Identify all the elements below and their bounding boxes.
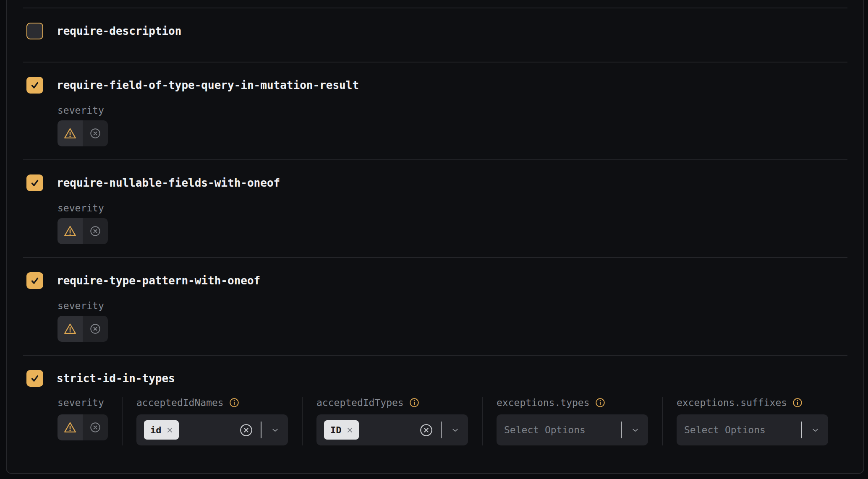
rule-row-strict-id-in-types: strict-id-in-types severity ac: [7, 370, 863, 462]
severity-toggle: [58, 414, 108, 440]
rule-row-require-field-of-type-query-in-mutation-result: require-field-of-type-query-in-mutation-…: [7, 77, 863, 159]
circle-x-icon: [89, 225, 102, 237]
rule-row-require-type-pattern-with-oneof: require-type-pattern-with-oneof severity: [7, 272, 863, 355]
field-separator: [261, 422, 261, 438]
severity-column: severity: [58, 397, 108, 440]
rule-title: require-nullable-fields-with-oneof: [57, 177, 280, 189]
row-divider: [23, 257, 847, 258]
row-divider: [23, 355, 847, 356]
exceptions-types-multiselect[interactable]: Select Options: [497, 414, 648, 445]
field-label: exceptions.types: [497, 397, 590, 408]
rules-panel: require-description require-field-of-typ…: [6, 0, 864, 474]
field-separator: [621, 422, 622, 438]
warning-triangle-icon: [63, 421, 77, 434]
rule-title: require-field-of-type-query-in-mutation-…: [57, 79, 359, 91]
selected-tag: id: [144, 420, 179, 440]
severity-toggle: [58, 316, 108, 342]
severity-toggle: [58, 218, 108, 244]
rule-checkbox[interactable]: [26, 370, 43, 387]
acceptedIdNames-column: acceptedIdNames id: [136, 397, 288, 445]
rule-checkbox[interactable]: [26, 77, 43, 94]
severity-label: severity: [58, 397, 108, 408]
warning-triangle-icon: [63, 127, 77, 140]
severity-warn-button[interactable]: [58, 316, 83, 342]
chevron-down-icon[interactable]: [271, 426, 280, 435]
row-divider: [23, 62, 847, 62]
rule-options-row: severity acceptedIdNames: [58, 397, 863, 462]
rule-title: strict-id-in-types: [57, 372, 175, 385]
rule-row-require-nullable-fields-with-oneof: require-nullable-fields-with-oneof sever…: [7, 174, 863, 257]
checkmark-icon: [30, 178, 40, 188]
circle-x-icon: [89, 127, 102, 140]
severity-off-button[interactable]: [83, 316, 108, 342]
severity-off-button[interactable]: [83, 414, 108, 440]
column-divider: [662, 397, 663, 445]
panel-spacer: [7, 0, 863, 8]
warning-triangle-icon: [63, 322, 77, 336]
severity-label: severity: [58, 105, 863, 116]
severity-warn-button[interactable]: [58, 218, 83, 244]
severity-warn-button[interactable]: [58, 414, 83, 440]
severity-label: severity: [58, 300, 863, 311]
circle-x-icon: [89, 323, 102, 335]
row-divider: [23, 8, 847, 8]
severity-label: severity: [58, 203, 863, 213]
checkmark-icon: [30, 373, 40, 383]
x-icon[interactable]: [346, 427, 353, 434]
rule-checkbox[interactable]: [26, 23, 43, 39]
severity-off-button[interactable]: [83, 218, 108, 244]
info-circle-icon[interactable]: [229, 397, 240, 408]
rule-row-require-description: require-description: [7, 23, 863, 62]
info-circle-icon[interactable]: [595, 397, 606, 408]
severity-off-button[interactable]: [83, 120, 108, 146]
field-label: acceptedIdNames: [136, 397, 224, 408]
clear-all-circle-x-icon[interactable]: [238, 422, 254, 438]
circle-x-icon: [89, 421, 102, 434]
checkmark-icon: [30, 80, 40, 90]
field-separator: [441, 422, 442, 438]
severity-toggle: [58, 120, 108, 146]
selected-tag: ID: [324, 420, 359, 440]
column-divider: [302, 397, 303, 445]
acceptedIdNames-multiselect[interactable]: id: [136, 414, 288, 445]
exceptions-suffixes-multiselect[interactable]: Select Options: [677, 414, 828, 445]
x-icon[interactable]: [166, 427, 173, 434]
clear-all-circle-x-icon[interactable]: [418, 422, 434, 438]
column-divider: [482, 397, 483, 445]
exceptions-suffixes-column: exceptions.suffixes Select Options: [677, 397, 828, 445]
column-divider: [122, 397, 123, 445]
rule-title: require-description: [57, 25, 181, 37]
rule-checkbox[interactable]: [26, 174, 43, 191]
rule-checkbox[interactable]: [26, 272, 43, 289]
chevron-down-icon[interactable]: [811, 426, 820, 435]
acceptedIdTypes-multiselect[interactable]: ID: [316, 414, 468, 445]
chevron-down-icon[interactable]: [631, 426, 640, 435]
severity-warn-button[interactable]: [58, 120, 83, 146]
tag-label: id: [150, 425, 162, 435]
tag-label: ID: [330, 425, 342, 435]
warning-triangle-icon: [63, 224, 77, 238]
acceptedIdTypes-column: acceptedIdTypes ID: [316, 397, 468, 445]
exceptions-types-column: exceptions.types Select Options: [497, 397, 648, 445]
select-placeholder: Select Options: [504, 424, 586, 435]
field-label: acceptedIdTypes: [316, 397, 404, 408]
row-divider: [23, 159, 847, 160]
checkmark-icon: [30, 276, 40, 286]
rule-title: require-type-pattern-with-oneof: [57, 274, 260, 287]
chevron-down-icon[interactable]: [451, 426, 460, 435]
field-separator: [801, 422, 802, 438]
info-circle-icon[interactable]: [409, 397, 420, 408]
info-circle-icon[interactable]: [792, 397, 803, 408]
field-label: exceptions.suffixes: [677, 397, 787, 408]
select-placeholder: Select Options: [684, 424, 766, 435]
